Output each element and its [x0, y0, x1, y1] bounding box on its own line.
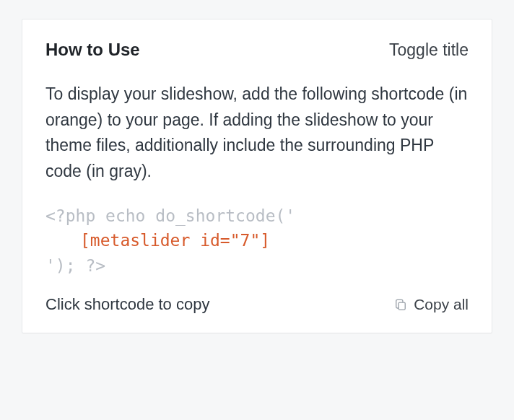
copy-icon — [393, 297, 408, 312]
description-text: To display your slideshow, add the follo… — [45, 82, 469, 185]
card-footer: Click shortcode to copy Copy all — [45, 295, 469, 314]
php-close: '); ?> — [45, 256, 105, 275]
how-to-use-card: How to Use Toggle title To display your … — [22, 19, 492, 333]
copy-hint: Click shortcode to copy — [45, 295, 209, 314]
code-block: <?php echo do_shortcode(' [metaslider id… — [45, 204, 469, 279]
copy-all-label: Copy all — [414, 296, 469, 313]
card-title: How to Use — [45, 40, 140, 60]
svg-rect-0 — [398, 302, 405, 310]
copy-all-button[interactable]: Copy all — [393, 296, 469, 313]
card-header: How to Use Toggle title — [45, 40, 469, 60]
shortcode-text[interactable]: [metaslider id="7"] — [80, 231, 270, 250]
php-open: <?php echo do_shortcode(' — [45, 206, 295, 225]
toggle-title-button[interactable]: Toggle title — [389, 40, 469, 60]
page-wrap: How to Use Toggle title To display your … — [0, 0, 514, 420]
